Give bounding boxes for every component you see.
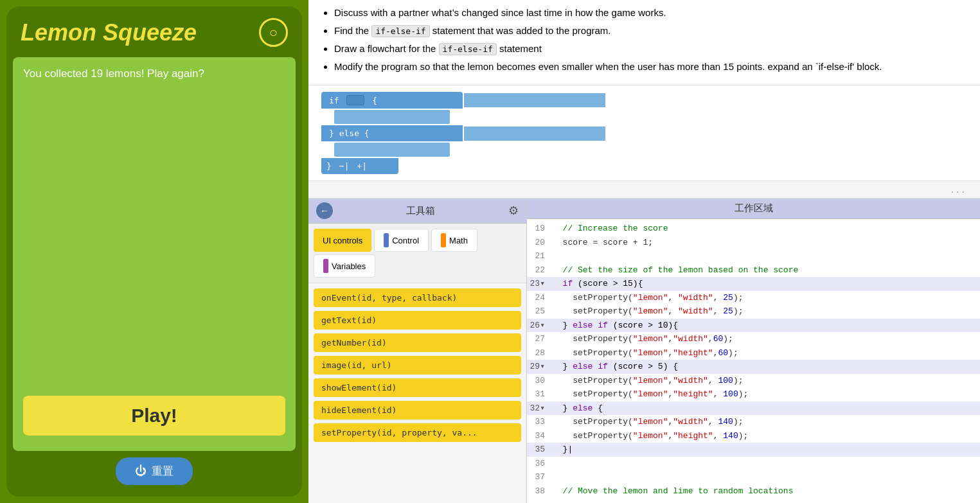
code-editor[interactable]: 19 // Increase the score 20 score = scor…	[527, 219, 980, 503]
instruction-item-1: Discuss with a partner what’s changed si…	[334, 5, 967, 21]
block-getText[interactable]: getText(id)	[314, 311, 521, 330]
play-button[interactable]: Play!	[23, 396, 285, 436]
category-buttons: UI controls Control Math Variables	[308, 224, 526, 283]
workspace-header: 工作区域	[527, 199, 980, 219]
instructions-list: Discuss with a partner what’s changed si…	[321, 5, 967, 75]
inline-code-2: if-else-if	[439, 43, 497, 55]
instruction-item-4: Modify the program so that the lemon bec…	[334, 59, 967, 75]
code-line-30: 30 setProperty("lemon","width", 100);	[527, 374, 980, 388]
left-panel: Lemon Squeeze ○ You collected 19 lemons!…	[0, 0, 308, 503]
app-title: Lemon Squeeze	[21, 19, 197, 46]
block-list: onEvent(id, type, callback) getText(id) …	[308, 283, 526, 447]
inline-code-1: if-else-if	[371, 25, 429, 37]
score-text: You collected 19 lemons! Play again?	[23, 67, 285, 80]
block-plus-btn[interactable]: +|	[357, 161, 367, 171]
block-showElement[interactable]: showElement(id)	[314, 378, 521, 397]
reset-button[interactable]: ⏻ 重置	[116, 457, 193, 485]
separator-dots: ...	[308, 181, 980, 199]
code-line-36: 36	[527, 457, 980, 471]
block-setProperty[interactable]: setProperty(id, property, va...	[314, 423, 521, 442]
code-line-31: 31 setProperty("lemon","height", 100);	[527, 387, 980, 402]
code-line-35: 35 }|	[527, 443, 980, 457]
code-line-37: 37	[527, 470, 980, 484]
toolbox-title: 工具箱	[406, 205, 435, 217]
category-ui-controls[interactable]: UI controls	[314, 229, 371, 252]
code-area: ← 工具箱 ⚙ UI controls Control Math	[308, 199, 980, 503]
block-close-brace: }	[326, 161, 332, 171]
code-line-38: 38 // Move the lemon and lime to random …	[527, 484, 980, 499]
right-panel: Discuss with a partner what’s changed si…	[308, 0, 980, 503]
reset-label: 重置	[152, 464, 174, 479]
code-line-34: 34 setProperty("lemon","height", 140);	[527, 429, 980, 443]
code-line-33: 33 setProperty("lemon","width", 140);	[527, 415, 980, 429]
code-line-19: 19 // Increase the score	[527, 222, 980, 236]
code-line-23: 23▾ if (score > 15){	[527, 277, 980, 291]
phone-frame: Lemon Squeeze ○ You collected 19 lemons!…	[6, 6, 302, 497]
instruction-item-3: Draw a flowchart for the if-else-if stat…	[334, 41, 967, 57]
block-image[interactable]: image(id, url)	[314, 356, 521, 375]
code-line-21: 21	[527, 249, 980, 263]
code-line-28: 28 setProperty("lemon","height",60);	[527, 346, 980, 360]
code-line-24: 24 setProperty("lemon", "width", 25);	[527, 291, 980, 305]
instructions-panel: Discuss with a partner what’s changed si…	[308, 0, 980, 85]
reset-icon: ⏻	[135, 464, 147, 478]
code-line-29: 29▾ } else if (score > 5) {	[527, 360, 980, 374]
category-math[interactable]: Math	[431, 229, 477, 252]
toolbox-back-button[interactable]: ←	[316, 202, 333, 219]
app-screen: You collected 19 lemons! Play again? Pla…	[13, 57, 296, 451]
instruction-item-2: Find the if-else-if statement that was a…	[334, 23, 967, 39]
code-line-27: 27 setProperty("lemon","width",60);	[527, 332, 980, 346]
math-color-dot	[441, 233, 446, 247]
block-if-text: if	[329, 96, 344, 105]
toolbox-header: ← 工具箱 ⚙	[308, 199, 526, 224]
block-display: if { } else { } −| +|	[308, 85, 980, 181]
block-onEvent[interactable]: onEvent(id, type, callback)	[314, 288, 521, 307]
lemon-icon: ○	[259, 18, 288, 47]
variables-color-dot	[323, 259, 328, 273]
block-condition-slot	[346, 95, 364, 105]
code-line-25: 25 setProperty("lemon", "width", 25);	[527, 304, 980, 319]
toolbox-settings-button[interactable]: ⚙	[508, 204, 519, 218]
code-line-22: 22 // Set the size of the lemon based on…	[527, 263, 980, 278]
code-line-32: 32▾ } else {	[527, 402, 980, 416]
category-control[interactable]: Control	[374, 229, 429, 252]
app-title-bar: Lemon Squeeze ○	[13, 13, 296, 52]
code-line-26: 26▾ } else if (score > 10){	[527, 319, 980, 333]
control-color-dot	[384, 233, 389, 247]
block-else-text: } else {	[329, 128, 370, 138]
category-variables[interactable]: Variables	[314, 254, 375, 278]
block-getNumber[interactable]: getNumber(id)	[314, 333, 521, 352]
workspace-panel: 工作区域 19 // Increase the score 20 score =…	[527, 199, 980, 503]
code-line-20: 20 score = score + 1;	[527, 236, 980, 250]
toolbox-panel: ← 工具箱 ⚙ UI controls Control Math	[308, 199, 527, 503]
block-minus-btn[interactable]: −|	[339, 161, 350, 171]
block-hideElement[interactable]: hideElement(id)	[314, 401, 521, 419]
